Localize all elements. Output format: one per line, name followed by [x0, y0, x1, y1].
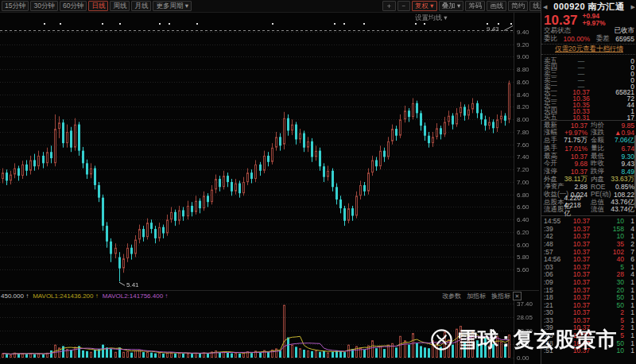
stat-value: 9.43 — [621, 160, 634, 168]
indicator-action-button[interactable]: 换指标 — [491, 292, 510, 300]
period-button[interactable]: 日线 — [88, 1, 108, 11]
period-button-group: 15分钟30分钟60分钟日线周线月线更多周期 ▾ — [0, 1, 192, 11]
indicator-action-button[interactable]: 改参数 — [442, 292, 461, 300]
period-button[interactable]: 60分钟 — [60, 1, 87, 11]
chart-tool-button[interactable]: 复权 ▾ — [412, 1, 437, 11]
quote-panel: ◀ 000920 南方汇通 ▶ 10.37 +0.94 +9.97% 交易状态 … — [541, 0, 636, 364]
order-book-row: 卖一 — 0 — [544, 82, 634, 88]
indicator-action-button[interactable]: 加指标 — [467, 292, 486, 300]
tick-row: :48 10.37 50 1 — [544, 339, 634, 347]
tick-row: 14:55 10.37 10 1 — [544, 217, 634, 225]
order-book: 卖五 — 0 卖四 — 0 卖三 — 0 卖二 — 0 卖一 — — [541, 56, 636, 119]
stat-value: 2.88 — [574, 183, 588, 191]
order-book-row: 卖五 — 0 — [544, 56, 634, 63]
volume-value-label: 450.000 ↑ — [1, 292, 29, 300]
tick-row: :06 10.37 28 4 — [544, 270, 634, 278]
period-button[interactable]: 30分钟 — [30, 1, 57, 11]
quote-header: ◀ 000920 南方汇通 ▶ — [541, 1, 636, 13]
stat-value: 9.85 — [621, 122, 634, 130]
period-button[interactable]: 周线 — [110, 1, 130, 11]
chart-tool-button[interactable]: 简约 — [508, 1, 528, 11]
tick-row: :42 10.37 10 1 — [544, 232, 634, 240]
chart-tool-button[interactable]: 画线 — [487, 1, 506, 11]
weibi-value: 100.00% — [564, 35, 591, 43]
stat-value: 6.74 — [621, 145, 634, 153]
chart-tool-button[interactable]: ＋ — [382, 1, 396, 11]
tick-row: :48 10.37 35 2 — [544, 240, 634, 248]
tick-row: :15 10.37 20 1 — [544, 286, 634, 294]
tick-row: :03 10.37 5 1 — [544, 263, 634, 271]
stat-cell: 流通股 4.218亿 — [544, 206, 588, 214]
price-change: +0.94 +9.97% — [583, 13, 606, 27]
volume-pane-header: 450.000 ↑ MAVOL1:241436.200 ↑ MAVOL2:141… — [0, 291, 539, 300]
order-qty: 17 — [601, 114, 634, 122]
weibi-row: 委比 100.00% 委差 65955 — [541, 35, 636, 43]
stat-value: 10.37 — [571, 122, 588, 130]
order-book-row: 卖四 — 0 — [544, 63, 634, 69]
stat-value: 9.30 — [621, 153, 634, 161]
stock-app-window: 15分钟30分钟60分钟日线周线月线更多周期 ▾ ＋－复权 ▾叠加 ▾筹码画线简… — [0, 0, 636, 364]
period-button[interactable]: 月线 — [131, 1, 151, 11]
mavol2-label: MAVOL2:141756.400 ↑ — [103, 292, 169, 300]
period-button[interactable]: 15分钟 — [2, 1, 29, 11]
level2-promo-banner: 仅需20元查看十档行情 — [541, 44, 636, 55]
chart-region: 15分钟30分钟60分钟日线周线月线更多周期 ▾ ＋－复权 ▾叠加 ▾筹码画线简… — [0, 0, 541, 364]
period-button[interactable]: 更多周期 ▾ — [153, 1, 192, 11]
tick-row: :39 10.37 158 4 — [544, 225, 634, 233]
tick-trade-list: 14:55 10.37 10 1 :39 10.37 158 4 :42 10.… — [541, 215, 636, 354]
change-percent: +9.97% — [583, 20, 606, 27]
stat-value: 0.85% — [615, 183, 634, 191]
stock-title: 000920 南方汇通 — [553, 1, 624, 13]
weicha-value: 65955 — [615, 35, 634, 43]
tick-row: :21 10.37 50 1 — [544, 301, 634, 309]
stat-value: 10.37 — [571, 153, 588, 161]
order-book-row: 买二 10.36 72 — [544, 94, 634, 100]
chart-tool-button[interactable]: 筹码 — [465, 1, 485, 11]
price-row: 10.37 +0.94 +9.97% — [541, 13, 636, 27]
stat-value: 17.01% — [564, 145, 588, 153]
stat-value: 9.68 — [574, 160, 588, 168]
candlestick-chart-canvas[interactable] — [0, 0, 541, 364]
order-book-row: 买四 10.33 1 — [544, 106, 634, 113]
order-book-row: 卖三 — 0 — [544, 69, 634, 76]
tick-row: :39 10.37 2 1 — [544, 323, 634, 331]
tick-row: 14:56 10.37 40 6 — [544, 255, 634, 263]
tick-row: :09 10.37 30 1 — [544, 278, 634, 286]
tick-row: :57 10.37 102 7 — [544, 248, 634, 256]
next-stock-icon[interactable]: ▶ — [631, 4, 635, 10]
order-book-row: 买五 10.31 17 — [544, 113, 634, 119]
chart-tool-button[interactable]: － — [398, 1, 411, 11]
stat-value: 43.74亿 — [611, 205, 634, 215]
order-book-row: 买一 10.37 65821 — [544, 87, 634, 94]
tick-row: :30 10.37 2 1 — [544, 308, 634, 316]
mavol1-label: MAVOL1:241436.200 ↑ — [33, 292, 99, 300]
last-price: 10.37 — [544, 14, 578, 27]
stats-grid: 最新 10.37 均价 9.85 涨幅 +9.97% 涨跌 ▲0.94 总手 7… — [541, 120, 636, 215]
ma-settings-button[interactable]: 设置均线 ▾ — [415, 14, 448, 23]
stat-cell: 内盘 33.63万 — [591, 176, 634, 184]
tick-row: :45 10.37 5 1 — [544, 331, 634, 339]
indicator-actions: 改参数加指标换指标 — [442, 292, 510, 300]
tick-row: :18 10.37 50 1 — [544, 293, 634, 301]
stat-cell: 流值 43.74亿 — [591, 206, 634, 214]
chart-tool-button[interactable]: 叠加 ▾ — [439, 1, 464, 11]
period-toolbar: 15分钟30分钟60分钟日线周线月线更多周期 ▾ ＋－复权 ▾叠加 ▾筹码画线简… — [0, 0, 541, 13]
level2-promo-link[interactable]: 仅需20元查看十档行情 — [555, 45, 623, 54]
close-indicator-icon[interactable]: ✕ — [513, 292, 522, 300]
stat-value: 4.218亿 — [564, 201, 588, 219]
prev-stock-icon[interactable]: ◀ — [543, 4, 547, 10]
order-book-row: 买三 10.35 44 — [544, 100, 634, 106]
tick-row: :51 10.37 10 1 — [544, 347, 634, 354]
tick-row: :33 10.37 5 1 — [544, 316, 634, 324]
order-book-row: 卖二 — 0 — [544, 76, 634, 82]
